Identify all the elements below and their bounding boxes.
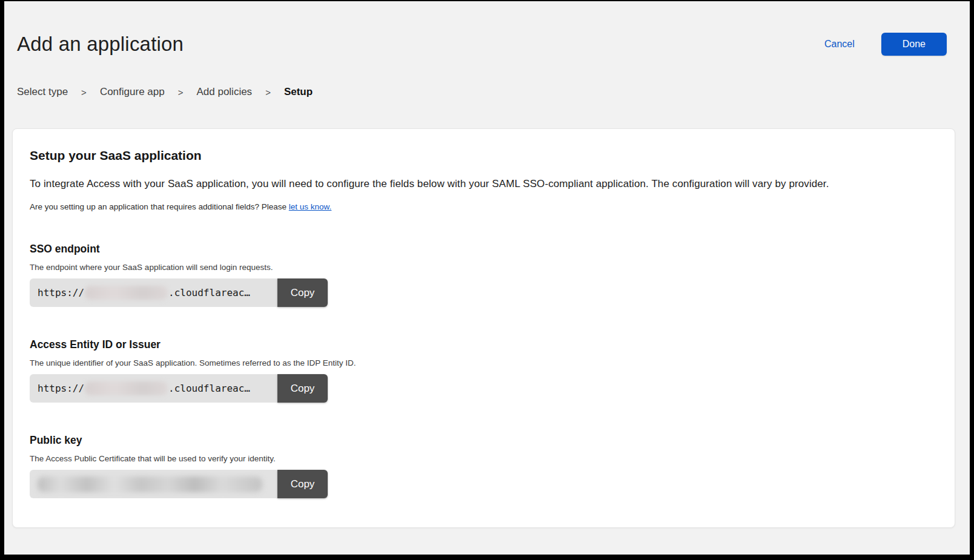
field-description: The endpoint where your SaaS application… [30, 263, 938, 272]
done-button[interactable]: Done [881, 33, 947, 56]
header-actions: Cancel Done [824, 33, 947, 56]
field-row: Copy [30, 470, 328, 498]
breadcrumb-separator: > [81, 87, 87, 97]
page-header: Add an application Cancel Done [4, 1, 970, 56]
field-group-public-key: Public key The Access Public Certificate… [30, 434, 938, 498]
entity-id-value: https:// .cloudflareac… [30, 374, 277, 403]
page-title: Add an application [17, 33, 184, 56]
cancel-button[interactable]: Cancel [824, 39, 855, 50]
breadcrumb-step-configure-app[interactable]: Configure app [100, 86, 165, 98]
card-heading: Setup your SaaS application [30, 148, 938, 163]
field-label: SSO endpoint [30, 243, 938, 255]
breadcrumb-step-setup: Setup [284, 86, 313, 98]
field-row: https:// .cloudflareac… Copy [30, 278, 328, 307]
redacted-blur [85, 381, 168, 395]
redacted-blur [85, 286, 168, 300]
redacted-blur [38, 476, 262, 492]
card-note: Are you setting up an application that r… [30, 202, 938, 211]
breadcrumb-step-select-type[interactable]: Select type [17, 86, 68, 98]
value-suffix: .cloudflareac… [168, 383, 250, 394]
breadcrumb-separator: > [178, 87, 184, 97]
value-prefix: https:// [38, 383, 84, 394]
field-description: The unique identifier of your SaaS appli… [30, 358, 938, 367]
setup-card: Setup your SaaS application To integrate… [12, 128, 955, 528]
app-content-area: Add an application Cancel Done Select ty… [4, 1, 970, 555]
card-note-text: Are you setting up an application that r… [30, 202, 289, 211]
breadcrumb: Select type > Configure app > Add polici… [4, 56, 970, 98]
breadcrumb-separator: > [265, 87, 271, 97]
field-description: The Access Public Certificate that will … [30, 454, 938, 463]
field-label: Access Entity ID or Issuer [30, 338, 938, 351]
public-key-value [30, 470, 277, 498]
copy-button-entity-id[interactable]: Copy [277, 374, 328, 403]
sso-endpoint-value: https:// .cloudflareac… [30, 278, 277, 307]
value-suffix: .cloudflareac… [168, 287, 250, 298]
field-label: Public key [30, 434, 938, 447]
field-row: https:// .cloudflareac… Copy [30, 374, 328, 403]
value-prefix: https:// [38, 287, 84, 298]
copy-button-sso-endpoint[interactable]: Copy [277, 278, 328, 307]
let-us-know-link[interactable]: let us know. [289, 202, 332, 211]
field-group-entity-id: Access Entity ID or Issuer The unique id… [30, 338, 938, 403]
card-intro-text: To integrate Access with your SaaS appli… [30, 178, 938, 190]
field-group-sso-endpoint: SSO endpoint The endpoint where your Saa… [30, 243, 938, 307]
copy-button-public-key[interactable]: Copy [277, 470, 328, 498]
breadcrumb-step-add-policies[interactable]: Add policies [196, 86, 252, 98]
